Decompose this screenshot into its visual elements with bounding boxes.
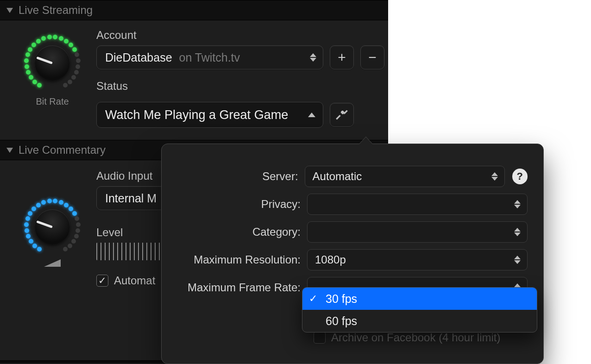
status-label: Status [96, 80, 388, 93]
server-select[interactable]: Automatic [305, 166, 505, 187]
bitrate-label: Bit Rate [36, 96, 69, 107]
automatic-label: Automat [114, 274, 155, 287]
bitrate-dial[interactable] [24, 34, 81, 92]
fps-option[interactable]: 60 fps [302, 310, 537, 332]
help-icon: ? [517, 170, 523, 182]
server-label: Server: [162, 170, 305, 183]
bitrate-block: Bit Rate [13, 34, 92, 128]
level-dial[interactable] [24, 198, 81, 256]
stepper-icon [491, 172, 498, 181]
tools-icon [335, 108, 348, 121]
fps-option[interactable]: ✓30 fps [302, 288, 537, 310]
status-value: Watch Me Playing a Great Game [105, 108, 288, 122]
stepper-icon [310, 53, 316, 62]
disclosure-icon [6, 8, 13, 13]
fps-dropdown-menu: ✓30 fps60 fps [302, 287, 537, 333]
volume-ramp-icon [44, 259, 61, 267]
max-res-select[interactable]: 1080p [307, 249, 528, 270]
status-input[interactable]: Watch Me Playing a Great Game [96, 102, 323, 128]
upload-icon [308, 113, 315, 117]
live-streaming-body: Bit Rate Account DieDatabase on Twitch.t… [0, 20, 388, 140]
server-help-button[interactable]: ? [512, 169, 528, 184]
automatic-checkbox[interactable]: ✓ [96, 275, 108, 287]
account-label: Account [96, 29, 388, 42]
account-name: DieDatabase [105, 51, 172, 64]
archive-facebook-checkbox[interactable]: ✓ [314, 332, 326, 344]
audio-input-value: Internal M [105, 192, 157, 205]
privacy-select[interactable] [307, 194, 528, 215]
max-res-label: Maximum Resolution: [162, 253, 307, 266]
category-select[interactable] [307, 221, 528, 243]
privacy-label: Privacy: [162, 198, 307, 211]
stepper-icon [514, 200, 521, 208]
disclosure-icon [6, 148, 13, 153]
archive-facebook-label: Archive on Facebook (4 hour limit) [331, 331, 500, 344]
fps-option-label: 30 fps [326, 292, 357, 306]
max-fps-label: Maximum Frame Rate: [162, 281, 307, 294]
server-value: Automatic [313, 170, 362, 183]
section-header-live-streaming[interactable]: Live Streaming [0, 0, 388, 20]
level-dial-block [13, 198, 92, 287]
stream-settings-button[interactable] [330, 103, 354, 127]
add-account-button[interactable]: + [330, 45, 354, 69]
minus-icon: − [368, 50, 377, 64]
account-on: on Twitch.tv [179, 51, 240, 64]
max-res-value: 1080p [315, 253, 346, 266]
section-title: Live Commentary [19, 144, 106, 157]
popover-caret-icon [359, 137, 373, 144]
stepper-icon [514, 256, 521, 264]
plus-icon: + [338, 50, 346, 64]
check-icon: ✓ [309, 293, 317, 305]
remove-account-button[interactable]: − [360, 45, 384, 69]
category-label: Category: [162, 226, 307, 238]
section-title: Live Streaming [19, 4, 93, 17]
fps-option-label: 60 fps [326, 314, 357, 328]
stepper-icon [514, 228, 521, 236]
account-select[interactable]: DieDatabase on Twitch.tv [96, 45, 323, 69]
